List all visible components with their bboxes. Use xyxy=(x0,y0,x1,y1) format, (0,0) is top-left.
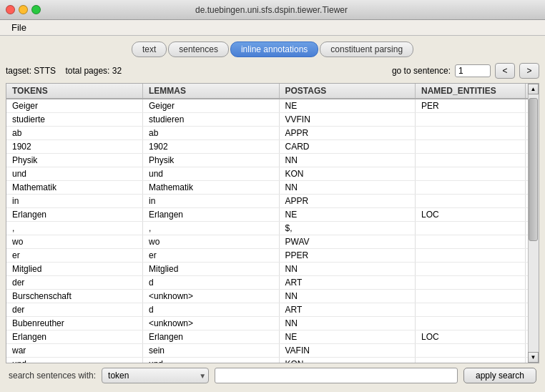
cell-named_entity xyxy=(416,140,526,154)
cell-lemma: Erlangen xyxy=(143,330,280,344)
cell-token: Mathematik xyxy=(6,181,143,195)
data-table-container: TOKENS LEMMAS POSTAGS NAMED_ENTITIES Gei… xyxy=(6,83,539,363)
table-row: undundKON xyxy=(6,167,539,181)
cell-token: 1902 xyxy=(6,140,143,154)
cell-lemma: Mitglied xyxy=(143,263,280,276)
cell-named_entity xyxy=(416,154,526,167)
cell-named_entity xyxy=(416,344,526,358)
cell-lemma: wo xyxy=(143,235,280,249)
table-row: Burschenschaft<unknown>NN xyxy=(6,290,539,303)
tab-inline-annotations[interactable]: inline annotations xyxy=(230,41,318,57)
col-header-named-entities: NAMED_ENTITIES xyxy=(416,84,526,99)
table-row: MitgliedMitgliedNN xyxy=(6,263,539,276)
cell-postag: NN xyxy=(279,181,416,195)
cell-postag: CARD xyxy=(279,140,416,154)
table-row: studiertestudierenVVFIN xyxy=(6,113,539,127)
col-header-postags: POSTAGS xyxy=(279,84,416,99)
table-row: ,,$, xyxy=(6,222,539,235)
table-row: GeigerGeigerNEPER xyxy=(6,99,539,113)
page-number-input[interactable] xyxy=(455,64,491,77)
cell-postag: ART xyxy=(279,303,416,317)
scroll-up-button[interactable]: ▲ xyxy=(528,84,539,94)
tab-sentences[interactable]: sentences xyxy=(168,41,229,57)
cell-token: er xyxy=(6,249,143,263)
cell-named_entity: LOC xyxy=(416,208,526,222)
cell-named_entity xyxy=(416,249,526,263)
table-row: Bubenreuther<unknown>NN xyxy=(6,317,539,330)
header-row: TOKENS LEMMAS POSTAGS NAMED_ENTITIES xyxy=(6,84,539,99)
cell-postag: NE xyxy=(279,330,416,344)
cell-named_entity xyxy=(416,263,526,276)
search-sentences-label: search sentences with: xyxy=(9,371,96,381)
info-right: go to sentence: < > xyxy=(392,63,539,79)
cell-lemma: <unknown> xyxy=(143,290,280,303)
scrollbar[interactable]: ▲ ▼ xyxy=(528,84,539,363)
total-pages-label: total pages: 32 xyxy=(65,66,122,76)
next-page-button[interactable]: > xyxy=(519,63,539,79)
cell-token: Geiger xyxy=(6,99,143,113)
cell-lemma: er xyxy=(143,249,280,263)
cell-token: war xyxy=(6,344,143,358)
cell-named_entity xyxy=(416,195,526,208)
scrollbar-thumb[interactable] xyxy=(529,98,538,241)
main-content: text sentences inline annotations consti… xyxy=(0,36,545,392)
table-row: ErlangenErlangenNELOC xyxy=(6,330,539,344)
cell-postag: PWAV xyxy=(279,235,416,249)
cell-lemma: d xyxy=(143,303,280,317)
cell-token: und xyxy=(6,358,143,363)
cell-named_entity xyxy=(416,317,526,330)
cell-named_entity xyxy=(416,303,526,317)
cell-token: und xyxy=(6,167,143,181)
cell-token: Mitglied xyxy=(6,263,143,276)
cell-named_entity xyxy=(416,113,526,127)
cell-lemma: in xyxy=(143,195,280,208)
table-row: ininAPPR xyxy=(6,195,539,208)
cell-token: der xyxy=(6,303,143,317)
cell-lemma: sein xyxy=(143,344,280,358)
bottom-bar: search sentences with: token lemma posta… xyxy=(6,363,539,386)
apply-search-button[interactable]: apply search xyxy=(463,368,536,383)
search-type-wrapper: token lemma postag named entity ▼ xyxy=(102,368,209,383)
table-row: PhysikPhysikNN xyxy=(6,154,539,167)
table-row: ErlangenErlangenNELOC xyxy=(6,208,539,222)
cell-named_entity xyxy=(416,358,526,363)
cell-token: Physik xyxy=(6,154,143,167)
table-row: undundKON xyxy=(6,358,539,363)
cell-named_entity xyxy=(416,167,526,181)
cell-named_entity xyxy=(416,181,526,195)
data-table: TOKENS LEMMAS POSTAGS NAMED_ENTITIES Gei… xyxy=(6,84,539,363)
cell-postag: NN xyxy=(279,154,416,167)
cell-lemma: ab xyxy=(143,127,280,140)
cell-token: ab xyxy=(6,127,143,140)
scroll-down-button[interactable]: ▼ xyxy=(528,352,539,363)
tabs-bar: text sentences inline annotations consti… xyxy=(6,41,539,57)
cell-lemma: , xyxy=(143,222,280,235)
cell-lemma: und xyxy=(143,167,280,181)
cell-postag: APPR xyxy=(279,195,416,208)
col-header-lemmas: LEMMAS xyxy=(143,84,280,99)
cell-named_entity xyxy=(416,127,526,140)
cell-token: in xyxy=(6,195,143,208)
info-bar: tagset: STTS total pages: 32 go to sente… xyxy=(6,63,539,79)
cell-named_entity xyxy=(416,276,526,290)
cell-named_entity: PER xyxy=(416,99,526,113)
search-type-select[interactable]: token lemma postag named entity xyxy=(102,368,209,383)
cell-token: Bubenreuther xyxy=(6,317,143,330)
cell-named_entity: LOC xyxy=(416,330,526,344)
cell-token: wo xyxy=(6,235,143,249)
go-to-sentence-label: go to sentence: xyxy=(392,66,451,76)
cell-postag: APPR xyxy=(279,127,416,140)
tab-text[interactable]: text xyxy=(132,41,167,57)
search-text-input[interactable] xyxy=(215,368,458,383)
prev-page-button[interactable]: < xyxy=(495,63,515,79)
title-bar: de.tuebingen.uni.sfs.dspin.tiewer.Tiewer xyxy=(0,0,545,20)
table-row: derdART xyxy=(6,276,539,290)
cell-postag: NN xyxy=(279,317,416,330)
cell-token: Burschenschaft xyxy=(6,290,143,303)
cell-postag: NE xyxy=(279,99,416,113)
cell-postag: VAFIN xyxy=(279,344,416,358)
menu-file[interactable]: File xyxy=(6,21,32,34)
cell-lemma: d xyxy=(143,276,280,290)
cell-token: studierte xyxy=(6,113,143,127)
tab-constituent-parsing[interactable]: constituent parsing xyxy=(320,41,413,57)
